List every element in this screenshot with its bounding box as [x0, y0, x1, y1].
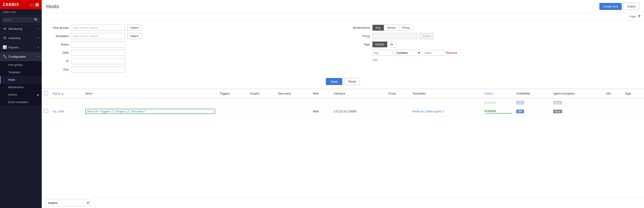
search-icon: 🔍	[34, 18, 38, 22]
row1-name-link[interactable]	[52, 101, 59, 104]
tag-name-input[interactable]	[372, 50, 392, 56]
sidebar-item-actions[interactable]: Actions ▶	[0, 91, 42, 98]
tag-condition-select[interactable]: Contains Equals Does not contain Does no…	[394, 50, 421, 56]
row1-items	[83, 98, 217, 107]
sidebar-item-maintenance[interactable]: Maintenance	[0, 84, 42, 91]
sidebar-item-inventory[interactable]: ☰ Inventory ▾	[0, 34, 42, 43]
reset-button[interactable]: Reset	[344, 78, 360, 85]
host-groups-select-button[interactable]: Select	[128, 25, 142, 31]
monitored-any-button[interactable]: Any	[372, 25, 384, 31]
proxy-input[interactable]	[372, 33, 418, 39]
sidebar-item-templates[interactable]: Templates	[0, 69, 42, 76]
sidebar-item-label: Inventory	[8, 36, 36, 40]
sidebar-search-input[interactable]	[4, 18, 34, 22]
inventory-icon: ☰	[3, 36, 7, 40]
row2-discovery	[276, 107, 310, 116]
row2-templates: Redis by Zabbix agent 2	[410, 107, 482, 116]
actions-bar: Actions	[42, 197, 644, 208]
filter-icon[interactable]: ⧩	[638, 15, 640, 19]
ip-input[interactable]	[71, 58, 125, 64]
proxy-label: Proxy	[350, 34, 370, 38]
filter-row-host-groups: Host groups Select	[48, 25, 336, 31]
tags-or-button[interactable]: Or	[388, 42, 396, 47]
monitored-proxy-button[interactable]: Proxy	[399, 25, 413, 31]
filter-right: Monitored by Any Server Proxy Proxy Sele…	[350, 25, 638, 73]
col-availability: Availability	[514, 89, 551, 98]
tag-value-input[interactable]	[422, 50, 445, 56]
sidebar-item-label: Configuration	[8, 55, 36, 58]
row1-none-badge: None	[553, 101, 562, 105]
templates-select-button[interactable]: Select	[128, 33, 142, 39]
col-status[interactable]: Status	[482, 89, 514, 98]
col-graphs: Graphs	[248, 89, 276, 98]
ip-label: IP	[48, 59, 69, 63]
row2-status-badge: Enabled	[484, 109, 496, 113]
tag-remove-link[interactable]: Remove	[446, 51, 457, 54]
sidebar-item-reports[interactable]: 📊 Reports ▾	[0, 43, 42, 52]
row2-encryption: None	[551, 107, 604, 116]
row1-status-badge: Enabled	[484, 101, 496, 104]
apply-button[interactable]: Apply	[326, 78, 342, 85]
inventory-arrow-icon: ▾	[38, 37, 39, 40]
row1-availability: ZBX	[514, 98, 551, 107]
sidebar-item-label: Reports	[8, 46, 36, 49]
sidebar-item-hosts[interactable]: Hosts	[0, 76, 42, 84]
tags-andor-button[interactable]: And/Or	[372, 42, 388, 47]
actions-select[interactable]: Actions	[45, 200, 90, 206]
proxy-select-button[interactable]: Select	[420, 33, 434, 39]
monitoring-icon: 👁	[3, 27, 7, 31]
row2-name-link[interactable]: my_redis	[52, 110, 64, 113]
row1-name	[50, 98, 83, 107]
row2-templates-link[interactable]: Redis by Zabbix agent 2	[412, 110, 444, 113]
sidebar-item-event-correlation[interactable]: Event correlation	[0, 98, 42, 106]
sidebar-item-monitoring[interactable]: 👁 Monitoring ▾	[0, 24, 42, 34]
logo-text: ZABBIX	[3, 2, 19, 7]
select-all-checkbox[interactable]	[44, 91, 48, 95]
col-discovery: Discovery	[276, 89, 310, 98]
sidebar-item-configuration[interactable]: 🔧 Configuration ▾	[0, 52, 42, 61]
monitored-server-button[interactable]: Server	[384, 25, 399, 31]
col-web: Web	[310, 89, 332, 98]
table-header-row: Name ▲ Items Triggers Graphs Discovery W…	[42, 89, 644, 98]
row1-status: Enabled	[482, 98, 514, 107]
configuration-subnav: Host groups Templates Hosts Maintenance …	[0, 61, 42, 106]
port-input[interactable]	[71, 66, 125, 73]
collapse-icon[interactable]: ◁◁	[29, 3, 34, 7]
import-button[interactable]: Import	[624, 3, 640, 10]
dns-input[interactable]	[71, 50, 125, 56]
templates-input[interactable]	[71, 33, 125, 39]
host-groups-input[interactable]	[71, 25, 125, 31]
filter-row-name: Name	[48, 41, 336, 47]
col-tags: Tags	[622, 89, 644, 98]
filter-left: Host groups Select Templates Select Name…	[48, 25, 336, 73]
dns-label: DNS	[48, 51, 69, 54]
row2-discovery-link[interactable]: Discovery 7	[131, 110, 146, 113]
configuration-icon: 🔧	[3, 54, 7, 59]
filter-label: Filter	[630, 15, 636, 18]
tags-group: And/Or Or	[372, 41, 396, 47]
sidebar-item-host-groups[interactable]: Host groups	[0, 61, 42, 69]
main-header: Hosts Create host Import	[42, 0, 644, 13]
row2-info	[604, 107, 622, 116]
row2-graphs-link[interactable]: Graphs 12	[116, 110, 130, 113]
tag-condition-row: Contains Equals Does not contain Does no…	[372, 50, 638, 56]
row1-zbx-badge: ZBX	[516, 101, 524, 105]
expand-icon[interactable]: ⬜	[35, 3, 39, 7]
row1-checkbox[interactable]	[44, 100, 48, 104]
monitored-by-group: Any Server Proxy	[372, 25, 413, 31]
configuration-arrow-icon: ▾	[38, 55, 39, 58]
col-proxy: Proxy	[386, 89, 410, 98]
row2-items-link[interactable]: Items 64	[87, 110, 98, 113]
row2-tags	[622, 107, 644, 116]
row2-checkbox[interactable]	[44, 109, 48, 113]
row2-triggers-link[interactable]: Triggers 13	[100, 110, 114, 113]
filter-row-proxy: Proxy Select	[350, 33, 638, 39]
col-items: Items	[83, 89, 217, 98]
create-host-button[interactable]: Create host	[599, 3, 622, 10]
col-name[interactable]: Name ▲	[50, 89, 83, 98]
row2-proxy	[386, 107, 410, 116]
row1-checkbox-cell	[42, 98, 50, 107]
col-check	[42, 89, 50, 98]
tag-add-link[interactable]: Add	[372, 58, 638, 61]
name-input[interactable]	[71, 41, 125, 47]
